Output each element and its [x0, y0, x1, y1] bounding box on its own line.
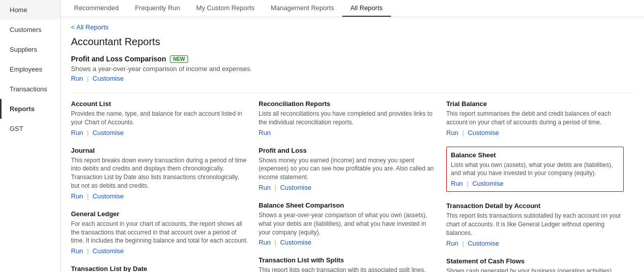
sidebar-item-gst[interactable]: GST	[0, 119, 60, 139]
customise-link-transaction-detail-by-account[interactable]: Customise	[468, 240, 498, 247]
sidebar-item-transactions[interactable]: Transactions	[0, 79, 60, 99]
report-desc-journal: This report breaks down every transactio…	[71, 156, 248, 190]
divider	[71, 92, 634, 93]
featured-customise-link[interactable]: Customise	[93, 75, 124, 82]
report-links-balance-sheet-comparison: Run | Customise	[259, 239, 436, 246]
customise-link-general-ledger[interactable]: Customise	[92, 247, 123, 255]
report-title-balance-sheet: Balance Sheet	[451, 151, 619, 159]
tab-recommended[interactable]: Recommended	[66, 0, 127, 17]
report-links-transaction-detail-by-account: Run | Customise	[446, 240, 624, 247]
report-item-trial-balance: Trial BalanceThis report summarises the …	[446, 100, 624, 137]
run-link-profit-and-loss[interactable]: Run	[259, 184, 271, 191]
report-item-journal: JournalThis report breaks down every tra…	[71, 147, 248, 200]
report-item-transaction-list-by-date: Transaction List by DateThis report list…	[71, 265, 248, 272]
content-area: < All Reports Accountant Reports Profit …	[61, 17, 644, 272]
tab-management-reports[interactable]: Management Reports	[263, 0, 342, 17]
report-title-trial-balance: Trial Balance	[446, 100, 624, 108]
separator-transaction-detail-by-account: |	[460, 240, 466, 247]
report-links-profit-and-loss: Run | Customise	[259, 184, 436, 191]
report-desc-account-list: Provides the name, type, and balance for…	[71, 110, 248, 127]
report-title-general-ledger: General Ledger	[71, 210, 248, 218]
report-links-reconciliation-reports: Run	[259, 129, 436, 137]
report-item-balance-sheet-comparison: Balance Sheet ComparisonShows a year-ove…	[259, 201, 436, 246]
report-title-reconciliation-reports: Reconciliation Reports	[259, 100, 436, 108]
report-item-account-list: Account ListProvides the name, type, and…	[71, 100, 248, 137]
tabs-bar: RecommendedFrequently RunMy Custom Repor…	[61, 0, 644, 17]
featured-report-name: Profit and Loss Comparison	[71, 55, 166, 63]
report-title-transaction-detail-by-account: Transaction Detail by Account	[446, 202, 624, 210]
featured-run-link[interactable]: Run	[71, 75, 83, 82]
tab-frequently-run[interactable]: Frequently Run	[127, 0, 188, 17]
report-item-transaction-list-with-splits: Transaction List with SplitsThis report …	[259, 256, 436, 272]
new-badge: NEW	[170, 55, 188, 63]
sidebar-item-reports[interactable]: Reports	[0, 99, 60, 119]
report-desc-statement-of-cash-flows: Shows cash generated by your business (o…	[446, 267, 624, 272]
run-link-balance-sheet[interactable]: Run	[451, 180, 463, 187]
report-links-journal: Run | Customise	[71, 192, 248, 200]
report-title-transaction-list-by-date: Transaction List by Date	[71, 265, 248, 272]
sidebar-item-home[interactable]: Home	[0, 0, 60, 20]
report-column-1: Reconciliation ReportsLists all reconcil…	[259, 100, 446, 272]
tab-all-reports[interactable]: All Reports	[342, 0, 391, 17]
report-title-statement-of-cash-flows: Statement of Cash Flows	[446, 257, 624, 265]
run-link-account-list[interactable]: Run	[71, 129, 83, 137]
breadcrumb-link[interactable]: < All Reports	[71, 23, 634, 31]
report-desc-transaction-list-with-splits: This report lists each transaction with …	[259, 266, 436, 272]
tab-my-custom-reports[interactable]: My Custom Reports	[188, 0, 263, 17]
report-links-account-list: Run | Customise	[71, 129, 248, 137]
featured-report-title: Profit and Loss Comparison NEW	[71, 55, 634, 63]
report-desc-balance-sheet: Lists what you own (assets), what your d…	[451, 161, 619, 178]
report-desc-reconciliation-reports: Lists all reconciliations you have compl…	[259, 110, 436, 127]
report-item-transaction-detail-by-account: Transaction Detail by AccountThis report…	[446, 202, 624, 247]
report-item-balance-sheet: Balance SheetLists what you own (assets)…	[446, 147, 624, 192]
separator-trial-balance: |	[460, 129, 466, 137]
featured-report-links: Run | Customise	[71, 75, 634, 82]
customise-link-balance-sheet[interactable]: Customise	[472, 180, 503, 187]
run-link-general-ledger[interactable]: Run	[71, 247, 83, 255]
report-links-balance-sheet: Run | Customise	[451, 180, 619, 187]
sidebar-item-customers[interactable]: Customers	[0, 20, 60, 40]
report-column-0: Account ListProvides the name, type, and…	[71, 100, 259, 272]
report-title-profit-and-loss: Profit and Loss	[259, 147, 436, 154]
run-link-balance-sheet-comparison[interactable]: Run	[259, 239, 271, 246]
report-grid: Account ListProvides the name, type, and…	[71, 100, 634, 272]
run-link-journal[interactable]: Run	[71, 192, 83, 200]
separator-general-ledger: |	[85, 247, 91, 255]
report-links-general-ledger: Run | Customise	[71, 247, 248, 255]
separator-balance-sheet: |	[465, 180, 471, 187]
report-column-2: Trial BalanceThis report summarises the …	[446, 100, 634, 272]
customise-link-trial-balance[interactable]: Customise	[468, 129, 498, 137]
report-desc-transaction-detail-by-account: This report lists transactions subtotall…	[446, 212, 624, 237]
report-item-reconciliation-reports: Reconciliation ReportsLists all reconcil…	[259, 100, 436, 137]
report-desc-general-ledger: For each account in your chart of accoun…	[71, 220, 248, 245]
featured-separator: |	[87, 75, 88, 82]
report-item-statement-of-cash-flows: Statement of Cash FlowsShows cash genera…	[446, 257, 624, 272]
customise-link-profit-and-loss[interactable]: Customise	[280, 184, 311, 191]
report-desc-balance-sheet-comparison: Shows a year-over-year comparison of wha…	[259, 211, 436, 236]
report-title-journal: Journal	[71, 147, 248, 154]
sidebar-item-suppliers[interactable]: Suppliers	[0, 40, 60, 59]
sidebar: HomeCustomersSuppliersEmployeesTransacti…	[0, 0, 61, 272]
report-item-profit-and-loss: Profit and LossShows money you earned (i…	[259, 147, 436, 191]
report-item-general-ledger: General LedgerFor each account in your c…	[71, 210, 248, 255]
separator-profit-and-loss: |	[273, 184, 278, 191]
featured-report: Profit and Loss Comparison NEW Shows a y…	[71, 55, 634, 82]
separator-journal: |	[85, 192, 91, 200]
report-links-trial-balance: Run | Customise	[446, 129, 624, 137]
run-link-transaction-detail-by-account[interactable]: Run	[446, 240, 458, 247]
main-content: RecommendedFrequently RunMy Custom Repor…	[61, 0, 644, 272]
customise-link-balance-sheet-comparison[interactable]: Customise	[280, 239, 311, 246]
run-link-reconciliation-reports[interactable]: Run	[259, 129, 271, 137]
page-title: Accountant Reports	[71, 36, 634, 48]
separator-balance-sheet-comparison: |	[273, 239, 278, 246]
sidebar-item-employees[interactable]: Employees	[0, 59, 60, 79]
report-title-balance-sheet-comparison: Balance Sheet Comparison	[259, 201, 436, 209]
report-desc-trial-balance: This report summarises the debit and cre…	[446, 110, 624, 127]
run-link-trial-balance[interactable]: Run	[446, 129, 458, 137]
customise-link-account-list[interactable]: Customise	[92, 129, 123, 137]
report-title-account-list: Account List	[71, 100, 248, 108]
customise-link-journal[interactable]: Customise	[92, 192, 123, 200]
report-desc-profit-and-loss: Shows money you earned (income) and mone…	[259, 156, 436, 182]
separator-account-list: |	[85, 129, 91, 137]
featured-description: Shows a year-over-year comparison of inc…	[71, 65, 634, 73]
